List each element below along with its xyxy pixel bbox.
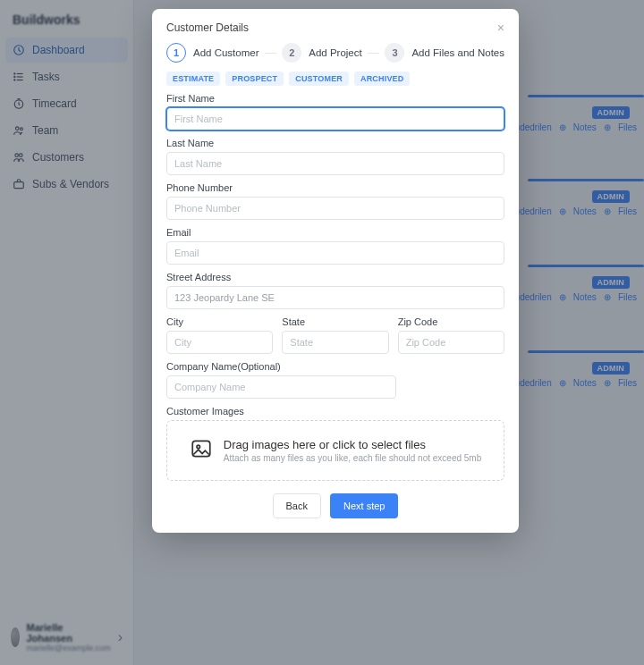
step-circle: 3 <box>385 43 404 63</box>
step-divider <box>368 53 380 54</box>
image-icon <box>190 437 213 464</box>
step-label: Add Project <box>309 47 361 58</box>
stepper: 1 Add Customer 2 Add Project 3 Add Files… <box>166 43 504 63</box>
state-label: State <box>282 316 388 327</box>
modal-actions: Back Next step <box>166 493 504 518</box>
next-step-button[interactable]: Next step <box>330 493 398 518</box>
first-name-label: First Name <box>166 93 504 104</box>
status-tags: ESTIMATE PROSPECT CUSTOMER ARCHIVED <box>166 72 504 86</box>
last-name-label: Last Name <box>166 138 504 148</box>
company-label: Company Name(Optional) <box>166 361 504 372</box>
step-label: Add Customer <box>193 47 259 58</box>
customer-images-label: Customer Images <box>166 406 504 417</box>
uploader-subtext: Attach as many files as you like, each f… <box>224 453 482 463</box>
step-label: Add Files and Notes <box>411 47 504 58</box>
modal-title: Customer Details <box>166 21 249 34</box>
zip-input[interactable] <box>398 331 504 354</box>
uploader-title: Drag images here or click to select file… <box>224 438 426 451</box>
zip-label: Zip Code <box>398 316 504 327</box>
svg-point-14 <box>197 445 199 448</box>
step-2[interactable]: 2 Add Project <box>282 43 361 63</box>
step-circle: 1 <box>166 43 186 63</box>
city-input[interactable] <box>166 331 273 354</box>
street-label: Street Address <box>166 272 504 282</box>
phone-input[interactable] <box>166 197 504 220</box>
tag-customer[interactable]: CUSTOMER <box>289 72 349 86</box>
close-icon[interactable]: × <box>497 21 504 34</box>
customer-details-modal: Customer Details × 1 Add Customer 2 Add … <box>152 9 519 533</box>
email-input[interactable] <box>166 241 504 265</box>
company-input[interactable] <box>166 375 396 399</box>
tag-prospect[interactable]: PROSPECT <box>225 72 284 86</box>
tag-archived[interactable]: ARCHIVED <box>354 72 410 86</box>
tag-estimate[interactable]: ESTIMATE <box>166 72 220 86</box>
phone-label: Phone Number <box>166 182 504 193</box>
step-1[interactable]: 1 Add Customer <box>166 43 259 63</box>
svg-rect-13 <box>192 441 210 456</box>
city-label: City <box>166 316 273 327</box>
street-input[interactable] <box>166 286 504 309</box>
step-divider <box>265 53 277 54</box>
step-3[interactable]: 3 Add Files and Notes <box>385 43 504 63</box>
back-button[interactable]: Back <box>273 493 321 518</box>
first-name-input[interactable] <box>166 107 504 130</box>
email-label: Email <box>166 227 504 238</box>
state-input[interactable] <box>282 331 388 354</box>
image-uploader[interactable]: Drag images here or click to select file… <box>166 420 504 481</box>
modal-title-row: Customer Details × <box>166 21 504 34</box>
last-name-input[interactable] <box>166 152 504 175</box>
step-circle: 2 <box>282 43 301 63</box>
